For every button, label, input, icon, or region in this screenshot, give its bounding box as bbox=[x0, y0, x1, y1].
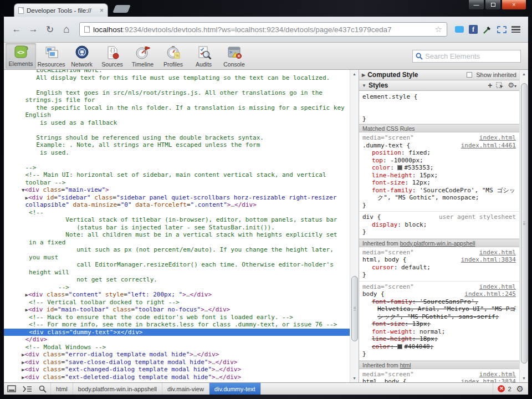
reload-icon[interactable]: ↻ bbox=[43, 24, 57, 35]
inherited-target[interactable]: body.platform-win.in-appshell bbox=[400, 240, 475, 247]
tree-line[interactable]: All display text for this file must use … bbox=[11, 74, 350, 82]
tree-line[interactable]: (status bar is injected later - see Stat… bbox=[11, 224, 350, 232]
gear-icon[interactable]: ⚙ bbox=[516, 384, 524, 394]
stylesheet-link[interactable]: index.html:3834 bbox=[461, 256, 516, 264]
tree-line[interactable]: <!-- Main UI: horizontal set of sidebar,… bbox=[11, 171, 350, 179]
css-property[interactable]: font-family: 'SourceSansPro', Helvetica,… bbox=[372, 298, 516, 321]
breadcrumb-item[interactable]: html bbox=[50, 383, 73, 395]
tab-audits[interactable]: Audits bbox=[188, 43, 219, 69]
search-box[interactable] bbox=[412, 50, 521, 63]
tree-line[interactable]: Note: all children must be in a vertical… bbox=[11, 231, 350, 239]
scrollbar-thumb[interactable] bbox=[351, 276, 358, 341]
new-style-rule-icon[interactable]: + bbox=[488, 80, 492, 91]
tree-line[interactable]: the specific local in the nls folder. If… bbox=[11, 104, 350, 112]
stylesheet-link[interactable]: index.html bbox=[479, 249, 516, 257]
css-rule[interactable]: index.htmlmedia="screen"index.html:3834h… bbox=[359, 369, 519, 383]
css-rule[interactable]: index.htmlmedia="screen"index.html:3834h… bbox=[359, 247, 519, 282]
scroll-down-icon[interactable]: ▼ bbox=[520, 374, 528, 382]
show-inherited-checkbox[interactable] bbox=[467, 72, 472, 78]
tree-line[interactable] bbox=[11, 126, 350, 134]
tree-line[interactable]: is used. bbox=[11, 149, 350, 157]
gear-icon[interactable]: ⚙▾ bbox=[508, 80, 516, 91]
stylesheet-link[interactable]: index.html:3834 bbox=[461, 378, 516, 382]
breadcrumb-item[interactable]: body.platform-win.in-appshell bbox=[73, 383, 162, 395]
tree-line[interactable]: ▶<div class="ext-changed-dialog template… bbox=[11, 366, 350, 374]
back-icon[interactable]: ← bbox=[9, 24, 24, 35]
tree-line[interactable]: <!-- Modal Windows --> bbox=[11, 344, 350, 351]
browser-tab[interactable]: Developer Tools - file:// × bbox=[14, 3, 108, 17]
tree-line[interactable]: ▶<div id="sidebar" class="sidebar panel … bbox=[11, 194, 350, 202]
console-toggle-icon[interactable] bbox=[19, 383, 35, 395]
tree-line[interactable]: --> bbox=[11, 164, 350, 172]
tree-line[interactable]: English bbox=[11, 111, 350, 119]
tree-line[interactable]: --> bbox=[11, 284, 350, 291]
tree-line[interactable]: height will bbox=[11, 269, 350, 277]
bookmark-star-icon[interactable]: ☆ bbox=[435, 24, 442, 34]
tree-line[interactable]: </div> bbox=[11, 336, 350, 344]
dock-icon[interactable] bbox=[4, 383, 19, 395]
tree-line[interactable]: Vertical stack of titlebar (in-browser),… bbox=[11, 216, 350, 224]
tree-line[interactable]: ▶<div id="main-toolbar" class="toolbar n… bbox=[11, 306, 350, 314]
tab-sources[interactable]: {} Sources bbox=[97, 43, 127, 69]
stylesheet-link[interactable]: index.html:4461 bbox=[461, 142, 516, 150]
tree-line[interactable]: call EditorManager.resizeEditor() each t… bbox=[11, 261, 350, 269]
tree-line[interactable]: collapsible" data-minsize="0" data-force… bbox=[11, 201, 350, 209]
menu-icon[interactable] bbox=[511, 26, 520, 33]
tree-line[interactable]: Example: . Note, all strings are HTML es… bbox=[11, 141, 350, 149]
css-property[interactable]: font-weight: normal; bbox=[372, 328, 516, 336]
tree-line[interactable]: in a fixed bbox=[11, 239, 350, 247]
tree-line[interactable]: you must bbox=[11, 254, 350, 262]
chat-bubble-icon[interactable] bbox=[455, 26, 464, 33]
tree-line[interactable]: ▼<div class="main-view"> bbox=[11, 186, 350, 194]
stylesheet-link[interactable]: index.html:245 bbox=[464, 290, 516, 298]
address-bar[interactable]: localhost:9234/devtools/devtools.html?ws… bbox=[79, 22, 447, 37]
css-property[interactable]: color: #404040; bbox=[372, 343, 516, 351]
tree-line[interactable]: is used as a fallback bbox=[11, 119, 350, 127]
css-rule[interactable]: user agent stylesheetdiv {display: block… bbox=[359, 212, 519, 239]
css-property[interactable]: font-size: 13px; bbox=[372, 320, 516, 328]
minimize-button[interactable]: — bbox=[468, 0, 484, 10]
scroll-up-icon[interactable]: ▲ bbox=[350, 70, 359, 78]
scroll-up-icon[interactable]: ▲ bbox=[520, 70, 528, 78]
css-property[interactable]: font-size: 12px; bbox=[372, 179, 516, 187]
tree-line[interactable]: ▶<div class="error-dialog template modal… bbox=[11, 351, 350, 359]
stylesheet-link[interactable]: index.html bbox=[479, 283, 516, 291]
tree-line[interactable]: unit such as px (not percent/em/auto). I… bbox=[11, 246, 350, 254]
tree-line[interactable]: <!-- bbox=[11, 209, 350, 217]
tab-console[interactable]: > Console bbox=[219, 43, 249, 69]
search-input[interactable] bbox=[425, 52, 518, 60]
css-rule[interactable]: index.htmlmedia="screen"index.html:245bo… bbox=[359, 282, 519, 361]
screenshot-icon[interactable] bbox=[497, 26, 507, 33]
facebook-icon[interactable]: f bbox=[469, 25, 478, 34]
elements-scrollbar[interactable]: ▲ ▼ bbox=[350, 70, 359, 382]
css-property[interactable]: top: -10000px; bbox=[372, 157, 516, 165]
tree-line[interactable] bbox=[11, 81, 350, 89]
tree-line[interactable]: LOCALIZATION NOTE: bbox=[11, 70, 350, 74]
css-property[interactable]: font-family: 'SourceCodePro', "MS ゴシック",… bbox=[372, 187, 516, 202]
tree-line[interactable]: strings.js file for bbox=[11, 96, 350, 104]
maximize-button[interactable] bbox=[485, 0, 501, 10]
tree-line[interactable]: ▶<div class="content" style="left: 200px… bbox=[11, 291, 350, 299]
breadcrumb-item[interactable]: div.dummy-text bbox=[209, 383, 261, 395]
new-tab-button[interactable] bbox=[112, 5, 131, 13]
css-property[interactable]: color: #535353; bbox=[372, 164, 516, 172]
tree-line[interactable] bbox=[11, 156, 350, 164]
inherited-target[interactable]: html bbox=[400, 362, 411, 369]
element-state-icon[interactable] bbox=[496, 82, 504, 89]
css-property[interactable]: line-height: 18px; bbox=[372, 335, 516, 343]
css-property[interactable]: position: fixed; bbox=[372, 149, 516, 157]
tree-line[interactable]: <!-- For more info, see note in brackets… bbox=[11, 321, 350, 329]
tab-close-icon[interactable]: × bbox=[100, 8, 104, 13]
tree-line[interactable]: ▶<div class="ext-deleted-dialog template… bbox=[11, 374, 350, 381]
error-badge-icon[interactable]: ✕ bbox=[498, 385, 505, 392]
tab-profiles[interactable]: % Profiles bbox=[158, 43, 188, 69]
tree-line[interactable]: <!-- Hack to ensure that the code editor… bbox=[11, 314, 350, 321]
tree-line[interactable]: <div class="dummy-text">x</div> bbox=[4, 329, 350, 336]
tree-line[interactable]: toolbar --> bbox=[11, 179, 350, 187]
eyedropper-icon[interactable] bbox=[483, 25, 492, 34]
tab-elements[interactable]: <> Elements bbox=[6, 43, 36, 69]
scrollbar-thumb[interactable] bbox=[521, 83, 528, 364]
tree-line[interactable]: Strings should be referenced using the d… bbox=[11, 134, 350, 142]
styles-header[interactable]: ▼ Styles + ⚙▾ bbox=[359, 80, 519, 91]
home-icon[interactable]: ⌂ bbox=[59, 23, 74, 35]
